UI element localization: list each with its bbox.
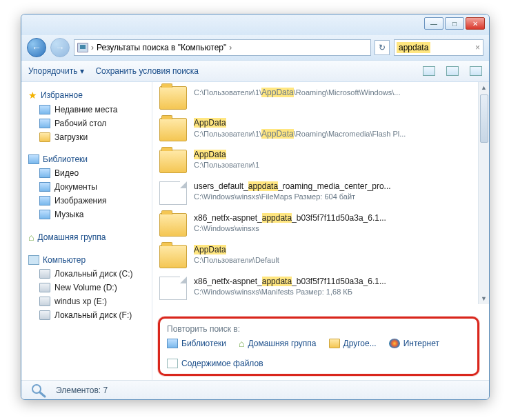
result-row[interactable]: x86_netfx-aspnet_appdata_b03f5f7f11d50a3… (152, 209, 479, 241)
result-name: users_default_appdata_roaming_media_cent… (194, 181, 472, 191)
navigation-pane: ★Избранное Недавние места Рабочий стол З… (21, 82, 152, 380)
result-row[interactable]: users_default_appdata_roaming_media_cent… (152, 177, 479, 209)
music-icon (39, 210, 50, 219)
star-icon: ★ (28, 90, 37, 101)
computer-icon (28, 255, 39, 265)
search-input[interactable]: appdata × (394, 39, 483, 56)
result-path: C:\Пользователи\1\AppData\Roaming\Macrom… (194, 129, 472, 139)
sidebar-item-pictures[interactable]: Изображения (24, 194, 149, 208)
sidebar-item-downloads[interactable]: Загрузки (24, 130, 149, 144)
sidebar-item-drive-f[interactable]: Локальный диск (F:) (24, 308, 149, 322)
close-button[interactable]: ✕ (466, 17, 485, 30)
repeat-link-homegroup[interactable]: ⌂Домашняя группа (239, 338, 317, 349)
computer-header[interactable]: Компьютер (24, 253, 149, 267)
organize-label: Упорядочить (28, 66, 77, 76)
sidebar-item-videos[interactable]: Видео (24, 166, 149, 180)
homegroup-header[interactable]: ⌂Домашняя группа (24, 230, 149, 245)
repeat-search-panel: Повторить поиск в: Библиотеки ⌂Домашняя … (158, 317, 479, 376)
file-icon (159, 277, 187, 300)
titlebar: — □ ✕ (21, 14, 489, 35)
preview-pane-icon[interactable] (446, 66, 459, 76)
repeat-link-file-contents[interactable]: Содержимое файлов (167, 359, 263, 368)
folder-icon (159, 245, 187, 268)
status-bar: Элементов: 7 (21, 380, 489, 399)
result-name: AppData (194, 150, 472, 159)
drive-icon (39, 310, 50, 320)
computer-icon (77, 43, 88, 52)
drive-icon (39, 297, 50, 306)
recent-icon (39, 105, 50, 114)
breadcrumb-sep: › (91, 43, 94, 52)
status-count: Элементов: 7 (56, 386, 108, 395)
result-row[interactable]: C:\Пользователи\1\AppData\Roaming\Micros… (152, 82, 479, 114)
desktop-icon (39, 119, 50, 128)
drive-icon (39, 269, 50, 279)
command-bar: Упорядочить ▾ Сохранить условия поиска (21, 60, 489, 82)
scroll-down-icon[interactable]: ▼ (479, 293, 489, 304)
back-button[interactable]: ← (27, 38, 46, 57)
address-bar[interactable]: › Результаты поиска в "Компьютер" › (74, 39, 371, 56)
sidebar-item-drive-e[interactable]: windus xp (E:) (24, 294, 149, 308)
minimize-button[interactable]: — (424, 17, 443, 30)
scroll-thumb[interactable] (480, 94, 488, 143)
result-path: C:\Пользователи\1 (194, 161, 472, 169)
maximize-button[interactable]: □ (445, 17, 464, 30)
breadcrumb-sep: › (229, 43, 232, 52)
chevron-down-icon: ▾ (80, 66, 84, 76)
globe-icon (389, 339, 400, 348)
forward-button[interactable]: → (50, 38, 70, 57)
libraries-icon (28, 154, 39, 164)
folder-icon (159, 213, 187, 237)
sidebar-item-recent[interactable]: Недавние места (24, 103, 149, 117)
breadcrumb-item[interactable]: Результаты поиска в "Компьютер" (97, 43, 226, 52)
repeat-link-libraries[interactable]: Библиотеки (167, 338, 226, 349)
refresh-button[interactable]: ↻ (375, 40, 390, 55)
repeat-search-title: Повторить поиск в: (167, 324, 470, 334)
folder-icon (159, 150, 187, 173)
folder-icon (329, 339, 340, 348)
libraries-header[interactable]: Библиотеки (24, 152, 149, 166)
address-bar-row: ← → › Результаты поиска в "Компьютер" › … (21, 35, 489, 60)
search-query: appdata (397, 42, 430, 53)
result-row[interactable]: x86_netfx-aspnet_appdata_b03f5f7f11d50a3… (152, 272, 479, 304)
scrollbar[interactable]: ▲ ▼ (478, 82, 489, 304)
sidebar-item-drive-d[interactable]: New Volume (D:) (24, 281, 149, 294)
result-name: AppData (194, 245, 472, 254)
sidebar-item-documents[interactable]: Документы (24, 180, 149, 194)
sidebar-item-music[interactable]: Музыка (24, 208, 149, 221)
result-row[interactable]: AppDataC:\Пользователи\1 (152, 146, 479, 177)
video-icon (39, 168, 50, 178)
repeat-link-other[interactable]: Другое... (329, 338, 377, 349)
folder-icon (39, 132, 50, 142)
document-icon (39, 182, 50, 192)
svg-line-1 (40, 392, 45, 397)
save-search-button[interactable]: Сохранить условия поиска (95, 66, 199, 76)
help-icon[interactable] (470, 66, 482, 76)
homegroup-icon: ⌂ (239, 338, 244, 349)
result-path: C:\Windows\winsxs\FileMaps Размер: 604 б… (194, 192, 472, 201)
result-row[interactable]: AppDataC:\Пользователи\1\AppData\Roaming… (152, 114, 479, 146)
results-pane: C:\Пользователи\1\AppData\Roaming\Micros… (152, 82, 489, 380)
file-content-icon (167, 359, 178, 368)
sidebar-item-desktop[interactable]: Рабочий стол (24, 117, 149, 130)
scroll-up-icon[interactable]: ▲ (479, 82, 489, 93)
libraries-icon (167, 339, 178, 348)
favorites-header[interactable]: ★Избранное (24, 88, 149, 103)
drive-icon (39, 283, 50, 292)
result-row[interactable]: AppDataC:\Пользователи\Default (152, 241, 479, 272)
view-options-icon[interactable] (423, 66, 435, 76)
result-name: x86_netfx-aspnet_appdata_b03f5f7f11d50a3… (194, 277, 472, 286)
folder-icon (159, 86, 187, 110)
sidebar-item-drive-c[interactable]: Локальный диск (C:) (24, 267, 149, 281)
homegroup-icon: ⌂ (28, 232, 34, 243)
picture-icon (39, 196, 50, 206)
organize-button[interactable]: Упорядочить ▾ (28, 66, 84, 76)
result-name: AppData (194, 118, 472, 128)
clear-search-icon[interactable]: × (475, 43, 480, 52)
result-path: C:\Windows\winsxs\Manifests Размер: 1,68… (194, 288, 472, 296)
result-name: x86_netfx-aspnet_appdata_b03f5f7f11d50a3… (194, 213, 472, 223)
file-icon (159, 181, 187, 205)
repeat-link-internet[interactable]: Интернет (389, 338, 439, 349)
magnifier-icon (28, 383, 50, 398)
folder-icon (159, 118, 187, 141)
